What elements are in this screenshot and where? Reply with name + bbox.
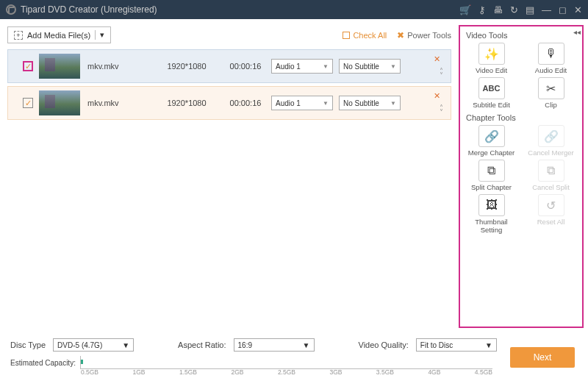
wand-icon: ✨ xyxy=(478,43,505,65)
thumbnail-setting-button[interactable]: 🖼Thumbnail Setting xyxy=(465,194,518,234)
resolution: 1920*1080 xyxy=(154,99,220,107)
bottom-bar: Disc Type DVD-5 (4.7G)▼ Aspect Ratio: 16… xyxy=(0,334,588,378)
filename: mkv.mkv xyxy=(87,99,154,107)
audio-select[interactable]: Audio 1▼ xyxy=(271,59,333,74)
next-button[interactable]: Next xyxy=(510,347,575,368)
chevron-down-icon: ▼ xyxy=(323,63,329,70)
app-logo-icon xyxy=(6,4,16,15)
power-tools-button[interactable]: ✖ Power Tools xyxy=(397,30,451,40)
aspect-ratio-label: Aspect Ratio: xyxy=(178,340,226,349)
add-media-button[interactable]: + Add Media File(s) ▾ xyxy=(7,26,111,43)
minimize-icon[interactable]: — xyxy=(542,4,551,15)
cancel-split-button: ⧉Cancel Split xyxy=(524,160,578,191)
check-all-toggle[interactable]: Check All xyxy=(343,31,387,40)
disc-type-label: Disc Type xyxy=(10,340,46,349)
titlebar: Tipard DVD Creator (Unregistered) 🛒 ⚷ 🖶 … xyxy=(0,0,588,19)
subtitle-select[interactable]: No Subtitle▼ xyxy=(339,59,401,74)
chevron-down-icon: ▼ xyxy=(323,100,329,107)
close-window-icon[interactable]: ✕ xyxy=(574,4,582,15)
unlink-icon: 🔗 xyxy=(538,125,564,147)
cancel-merger-button: 🔗Cancel Merger xyxy=(524,125,578,157)
reset-icon: ↺ xyxy=(538,194,564,216)
feedback-icon[interactable]: ▤ xyxy=(526,4,534,15)
chevron-down-icon: ▼ xyxy=(303,341,310,349)
power-tools-label: Power Tools xyxy=(407,31,451,40)
window-title: Tipard DVD Creator (Unregistered) xyxy=(21,4,459,15)
chevron-down-icon: ▼ xyxy=(390,100,396,107)
capacity-label: Estimated Capacity: xyxy=(10,359,76,367)
split-chapter-button[interactable]: ⧉Split Chapter xyxy=(465,160,518,191)
maximize-icon[interactable]: ◻ xyxy=(559,4,567,15)
reorder-icon[interactable]: ˄˅ xyxy=(440,69,443,78)
chevron-down-icon: ▼ xyxy=(122,341,129,349)
media-row[interactable]: ✓ mkv.mkv 1920*1080 00:00:16 Audio 1▼ No… xyxy=(7,49,451,83)
split-icon: ⧉ xyxy=(478,160,505,182)
scissors-icon: ✂ xyxy=(538,77,564,99)
checkbox-icon xyxy=(343,32,350,39)
filename: mkv.mkv xyxy=(87,62,154,71)
thumbnail xyxy=(39,54,80,79)
tools-panel: ◂◂ Video Tools ✨Video Edit 🎙Audio Edit A… xyxy=(459,25,584,328)
subtitle-edit-button[interactable]: ABCSubtitle Edit xyxy=(465,77,518,109)
refresh-icon[interactable]: ↻ xyxy=(510,4,518,15)
duration: 00:00:16 xyxy=(220,99,271,107)
disc-type-select[interactable]: DVD-5 (4.7G)▼ xyxy=(53,338,134,352)
microphone-icon: 🎙 xyxy=(538,43,564,65)
abc-icon: ABC xyxy=(478,77,505,99)
key-icon[interactable]: ⚷ xyxy=(478,4,486,15)
capacity-ticks: 0.5GB1GB1.5GB2GB2.5GB3GB3.5GB4GB4.5GB xyxy=(81,368,492,376)
video-edit-button[interactable]: ✨Video Edit xyxy=(465,43,518,74)
audio-select[interactable]: Audio 1▼ xyxy=(271,96,333,110)
subtitle-select[interactable]: No Subtitle▼ xyxy=(339,96,401,110)
remove-row-icon[interactable]: ✕ xyxy=(434,91,440,101)
check-all-label: Check All xyxy=(353,31,387,40)
clip-button[interactable]: ✂Clip xyxy=(524,77,578,109)
audio-edit-button[interactable]: 🎙Audio Edit xyxy=(524,43,578,74)
row-checkbox[interactable]: ✓ xyxy=(23,98,33,108)
duration: 00:00:16 xyxy=(220,62,271,71)
reset-all-button: ↺Reset All xyxy=(524,194,578,234)
main-content: + Add Media File(s) ▾ Check All ✖ Power … xyxy=(0,19,459,334)
video-tools-heading: Video Tools xyxy=(466,31,578,40)
chevron-down-icon: ▾ xyxy=(95,30,104,40)
capacity-bar: 0.5GB1GB1.5GB2GB2.5GB3GB3.5GB4GB4.5GB xyxy=(80,356,492,369)
remove-row-icon[interactable]: ✕ xyxy=(434,54,440,64)
unsplit-icon: ⧉ xyxy=(538,160,564,182)
chevron-down-icon: ▼ xyxy=(485,341,492,349)
add-media-label: Add Media File(s) xyxy=(27,31,90,40)
thumbnail xyxy=(39,90,80,115)
print-icon[interactable]: 🖶 xyxy=(493,4,503,15)
chevron-down-icon: ▼ xyxy=(390,63,396,70)
aspect-ratio-select[interactable]: 16:9▼ xyxy=(234,338,315,352)
collapse-panel-icon[interactable]: ◂◂ xyxy=(573,28,581,36)
merge-chapter-button[interactable]: 🔗Merge Chapter xyxy=(465,125,518,157)
image-icon: 🖼 xyxy=(478,194,505,216)
chapter-tools-heading: Chapter Tools xyxy=(466,113,578,122)
reorder-icon[interactable]: ˄˅ xyxy=(440,106,443,115)
resolution: 1920*1080 xyxy=(154,62,220,71)
capacity-fill xyxy=(81,360,83,364)
cart-icon[interactable]: 🛒 xyxy=(459,4,471,15)
add-icon: + xyxy=(14,31,23,40)
video-quality-select[interactable]: Fit to Disc▼ xyxy=(416,338,497,352)
video-quality-label: Video Quality: xyxy=(359,340,409,349)
tools-icon: ✖ xyxy=(397,30,404,40)
row-checkbox[interactable]: ✓ xyxy=(23,61,33,71)
link-icon: 🔗 xyxy=(478,125,505,147)
media-row[interactable]: ✓ mkv.mkv 1920*1080 00:00:16 Audio 1▼ No… xyxy=(7,86,451,120)
